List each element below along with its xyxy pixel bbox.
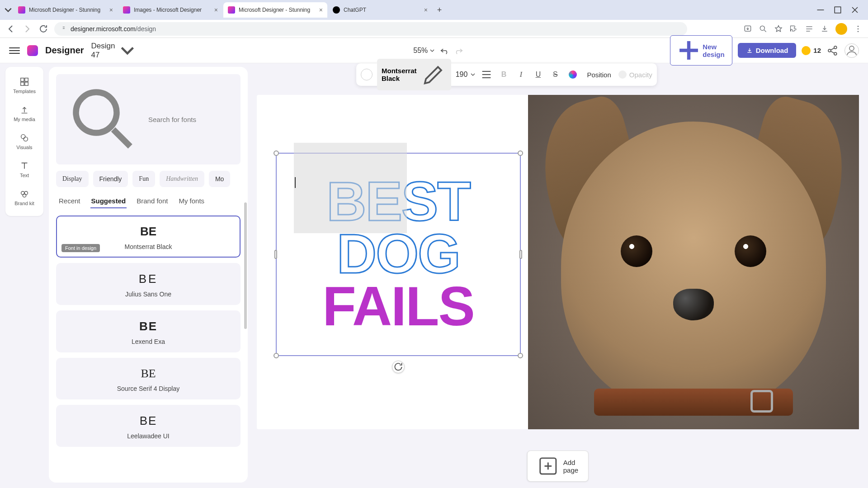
zoom-icon[interactable] <box>759 24 768 33</box>
resize-handle-ml[interactable] <box>274 250 277 259</box>
svg-point-2 <box>63 27 64 28</box>
minimize-icon[interactable] <box>816 6 825 14</box>
svg-rect-24 <box>25 78 28 81</box>
browser-tab[interactable]: ChatGPT × <box>328 2 432 18</box>
resize-handle-tl[interactable] <box>274 150 279 156</box>
browser-tab[interactable]: Microsoft Designer - Stunning × <box>14 2 118 18</box>
opacity-preview-icon <box>618 70 627 79</box>
browser-tab[interactable]: Images - Microsoft Designer × <box>118 2 222 18</box>
svg-line-33 <box>113 130 131 147</box>
text-icon <box>19 161 29 171</box>
canvas-text-line[interactable]: FAILS <box>322 281 474 333</box>
font-family-dropdown[interactable]: Montserrat Black <box>377 59 451 90</box>
category-fun[interactable]: Fun <box>132 171 155 187</box>
rail-brand-kit[interactable]: Brand kit <box>9 184 40 211</box>
install-app-icon[interactable] <box>743 24 752 33</box>
menu-button[interactable] <box>9 47 20 54</box>
resize-handle-tr[interactable] <box>518 150 523 156</box>
back-button[interactable] <box>5 23 16 34</box>
strikethrough-button[interactable]: S <box>549 68 561 81</box>
downloads-icon[interactable] <box>820 24 829 33</box>
tab-search-dropdown[interactable] <box>4 5 13 14</box>
forward-button[interactable] <box>22 23 33 34</box>
download-button[interactable]: Download <box>738 43 797 58</box>
close-tab-icon[interactable]: × <box>109 6 113 14</box>
window-controls <box>816 6 864 14</box>
site-info-icon[interactable] <box>61 25 67 33</box>
text-selection-highlight <box>294 143 407 233</box>
close-tab-icon[interactable]: × <box>214 6 218 14</box>
font-card-julius[interactable]: BE Julius Sans One <box>56 263 241 305</box>
rail-my-media[interactable]: My media <box>9 100 40 127</box>
category-more[interactable]: Mo <box>209 171 230 187</box>
credits-counter[interactable]: 12 <box>802 46 821 55</box>
user-icon <box>845 44 859 57</box>
font-search-input[interactable] <box>148 116 234 123</box>
svg-point-27 <box>21 135 25 139</box>
category-friendly[interactable]: Friendly <box>93 171 128 187</box>
opacity-control[interactable]: Opacity <box>618 70 652 79</box>
underline-button[interactable]: U <box>532 68 544 81</box>
add-page-button[interactable]: Add page <box>527 450 589 482</box>
selected-text-frame[interactable]: BEST DOG FAILS <box>276 153 521 356</box>
resize-handle-bl[interactable] <box>274 353 279 358</box>
user-menu[interactable] <box>844 43 859 58</box>
chevron-down-icon <box>119 42 136 59</box>
plus-square-icon <box>538 455 559 477</box>
design-canvas[interactable]: BEST DOG FAILS <box>257 95 859 429</box>
share-icon[interactable] <box>826 44 839 57</box>
rail-text[interactable]: Text <box>9 156 40 183</box>
close-window-icon[interactable] <box>851 6 859 14</box>
browser-tab-active[interactable]: Microsoft Designer - Stunning × <box>223 2 327 18</box>
browser-tab-strip: Microsoft Designer - Stunning × Images -… <box>0 0 868 20</box>
canvas-dog-image[interactable] <box>528 95 859 429</box>
category-display[interactable]: Display <box>56 171 89 187</box>
kebab-menu-icon[interactable] <box>854 24 863 33</box>
reading-list-icon[interactable] <box>805 24 814 33</box>
bold-button[interactable]: B <box>497 68 510 81</box>
font-card-leelawadee[interactable]: BE Leelawadee UI <box>56 405 241 447</box>
extensions-icon[interactable] <box>789 24 798 33</box>
bookmark-icon[interactable] <box>774 24 783 33</box>
canvas-text-line[interactable]: DOG <box>337 228 460 281</box>
reload-button[interactable] <box>38 23 49 34</box>
tab-title: Images - Microsoft Designer <box>134 7 202 13</box>
effects-button[interactable] <box>566 70 580 79</box>
new-tab-button[interactable]: + <box>433 4 446 16</box>
rail-templates[interactable]: Templates <box>9 72 40 99</box>
download-icon <box>746 47 753 54</box>
font-name-label: Montserrat Black <box>124 243 172 250</box>
svg-point-31 <box>23 194 26 197</box>
maximize-icon[interactable] <box>834 6 842 14</box>
scrollbar-thumb[interactable] <box>244 202 247 329</box>
profile-avatar[interactable] <box>835 23 847 35</box>
zoom-dropdown[interactable]: 55% <box>413 47 435 55</box>
resize-handle-mr[interactable] <box>519 250 522 259</box>
position-button[interactable]: Position <box>584 71 613 79</box>
url-field[interactable]: designer.microsoft.com/design <box>54 22 687 36</box>
font-sample: BE <box>139 319 157 333</box>
undo-button[interactable] <box>439 46 449 56</box>
close-tab-icon[interactable]: × <box>319 6 323 14</box>
resize-handle-br[interactable] <box>518 353 523 358</box>
font-card-lexend[interactable]: BE Lexend Exa <box>56 310 241 352</box>
tab-my-fonts[interactable]: My fonts <box>178 194 205 208</box>
rotate-handle[interactable] <box>392 361 405 373</box>
tab-suggested[interactable]: Suggested <box>90 194 127 208</box>
italic-button[interactable]: I <box>514 68 527 81</box>
svg-point-19 <box>834 52 837 55</box>
redo-button[interactable] <box>454 46 464 56</box>
font-search[interactable] <box>56 74 241 164</box>
font-card-source-serif[interactable]: BE Source Serif 4 Display <box>56 358 241 399</box>
tab-recent[interactable]: Recent <box>58 194 81 208</box>
rail-visuals[interactable]: Visuals <box>9 128 40 155</box>
design-name-dropdown[interactable]: Design 47 <box>91 42 136 60</box>
text-color-swatch[interactable] <box>361 69 373 80</box>
new-design-button[interactable]: New design <box>670 35 732 66</box>
category-handwritten[interactable]: Handwritten <box>160 171 204 187</box>
tab-brand-font[interactable]: Brand font <box>136 194 169 208</box>
font-card-montserrat-black[interactable]: BE Montserrat Black Font in design <box>56 216 241 258</box>
font-size-dropdown[interactable]: 190 <box>456 70 476 79</box>
close-tab-icon[interactable]: × <box>424 6 428 14</box>
align-button[interactable] <box>480 68 493 81</box>
